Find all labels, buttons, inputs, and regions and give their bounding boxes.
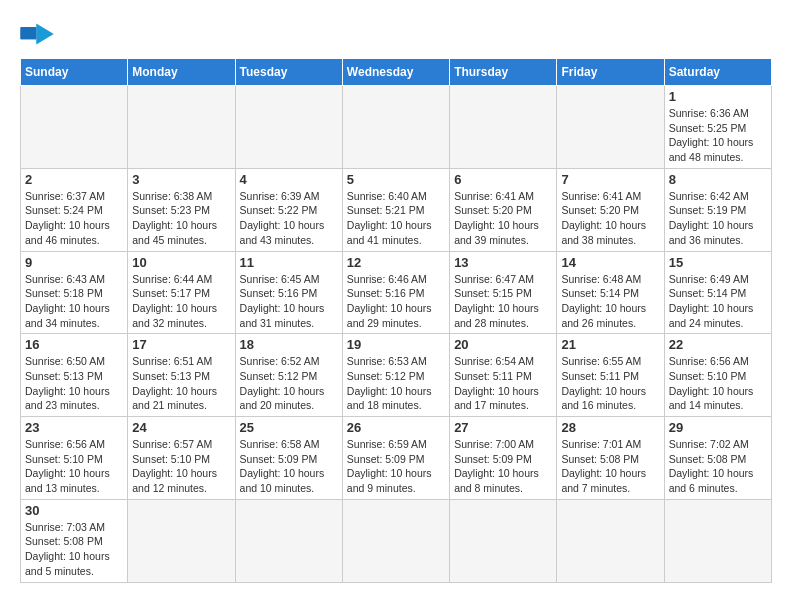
calendar-cell-5-3 (342, 499, 449, 582)
day-info: Sunrise: 6:40 AM Sunset: 5:21 PM Dayligh… (347, 189, 445, 248)
calendar-cell-4-0: 23Sunrise: 6:56 AM Sunset: 5:10 PM Dayli… (21, 417, 128, 500)
day-number: 7 (561, 172, 659, 187)
day-info: Sunrise: 7:01 AM Sunset: 5:08 PM Dayligh… (561, 437, 659, 496)
calendar-cell-2-1: 10Sunrise: 6:44 AM Sunset: 5:17 PM Dayli… (128, 251, 235, 334)
day-info: Sunrise: 6:36 AM Sunset: 5:25 PM Dayligh… (669, 106, 767, 165)
day-info: Sunrise: 6:49 AM Sunset: 5:14 PM Dayligh… (669, 272, 767, 331)
day-info: Sunrise: 6:47 AM Sunset: 5:15 PM Dayligh… (454, 272, 552, 331)
day-number: 29 (669, 420, 767, 435)
calendar-cell-0-1 (128, 86, 235, 169)
calendar-cell-4-1: 24Sunrise: 6:57 AM Sunset: 5:10 PM Dayli… (128, 417, 235, 500)
day-info: Sunrise: 6:58 AM Sunset: 5:09 PM Dayligh… (240, 437, 338, 496)
day-number: 8 (669, 172, 767, 187)
day-number: 13 (454, 255, 552, 270)
calendar-cell-0-2 (235, 86, 342, 169)
calendar-week-1: 2Sunrise: 6:37 AM Sunset: 5:24 PM Daylig… (21, 168, 772, 251)
col-monday: Monday (128, 59, 235, 86)
calendar-cell-3-3: 19Sunrise: 6:53 AM Sunset: 5:12 PM Dayli… (342, 334, 449, 417)
calendar-week-4: 23Sunrise: 6:56 AM Sunset: 5:10 PM Dayli… (21, 417, 772, 500)
calendar-cell-4-4: 27Sunrise: 7:00 AM Sunset: 5:09 PM Dayli… (450, 417, 557, 500)
day-number: 22 (669, 337, 767, 352)
day-info: Sunrise: 6:39 AM Sunset: 5:22 PM Dayligh… (240, 189, 338, 248)
day-number: 15 (669, 255, 767, 270)
day-number: 14 (561, 255, 659, 270)
col-sunday: Sunday (21, 59, 128, 86)
calendar-body: 1Sunrise: 6:36 AM Sunset: 5:25 PM Daylig… (21, 86, 772, 583)
logo (20, 20, 60, 48)
day-number: 3 (132, 172, 230, 187)
calendar-cell-4-2: 25Sunrise: 6:58 AM Sunset: 5:09 PM Dayli… (235, 417, 342, 500)
calendar-cell-1-0: 2Sunrise: 6:37 AM Sunset: 5:24 PM Daylig… (21, 168, 128, 251)
calendar-cell-1-1: 3Sunrise: 6:38 AM Sunset: 5:23 PM Daylig… (128, 168, 235, 251)
day-info: Sunrise: 6:45 AM Sunset: 5:16 PM Dayligh… (240, 272, 338, 331)
day-info: Sunrise: 7:00 AM Sunset: 5:09 PM Dayligh… (454, 437, 552, 496)
day-number: 19 (347, 337, 445, 352)
day-number: 24 (132, 420, 230, 435)
day-info: Sunrise: 7:03 AM Sunset: 5:08 PM Dayligh… (25, 520, 123, 579)
day-number: 5 (347, 172, 445, 187)
day-number: 18 (240, 337, 338, 352)
day-number: 9 (25, 255, 123, 270)
day-number: 26 (347, 420, 445, 435)
day-info: Sunrise: 6:56 AM Sunset: 5:10 PM Dayligh… (669, 354, 767, 413)
calendar-cell-3-0: 16Sunrise: 6:50 AM Sunset: 5:13 PM Dayli… (21, 334, 128, 417)
calendar-cell-5-6 (664, 499, 771, 582)
day-info: Sunrise: 7:02 AM Sunset: 5:08 PM Dayligh… (669, 437, 767, 496)
logo-icon (20, 20, 56, 48)
calendar-cell-0-0 (21, 86, 128, 169)
day-info: Sunrise: 6:44 AM Sunset: 5:17 PM Dayligh… (132, 272, 230, 331)
day-number: 27 (454, 420, 552, 435)
day-info: Sunrise: 6:46 AM Sunset: 5:16 PM Dayligh… (347, 272, 445, 331)
day-info: Sunrise: 6:52 AM Sunset: 5:12 PM Dayligh… (240, 354, 338, 413)
day-info: Sunrise: 6:55 AM Sunset: 5:11 PM Dayligh… (561, 354, 659, 413)
calendar-cell-3-2: 18Sunrise: 6:52 AM Sunset: 5:12 PM Dayli… (235, 334, 342, 417)
calendar-cell-2-2: 11Sunrise: 6:45 AM Sunset: 5:16 PM Dayli… (235, 251, 342, 334)
calendar-week-3: 16Sunrise: 6:50 AM Sunset: 5:13 PM Dayli… (21, 334, 772, 417)
calendar-cell-1-6: 8Sunrise: 6:42 AM Sunset: 5:19 PM Daylig… (664, 168, 771, 251)
day-info: Sunrise: 6:38 AM Sunset: 5:23 PM Dayligh… (132, 189, 230, 248)
day-number: 30 (25, 503, 123, 518)
day-info: Sunrise: 6:41 AM Sunset: 5:20 PM Dayligh… (561, 189, 659, 248)
day-info: Sunrise: 6:48 AM Sunset: 5:14 PM Dayligh… (561, 272, 659, 331)
calendar-cell-4-5: 28Sunrise: 7:01 AM Sunset: 5:08 PM Dayli… (557, 417, 664, 500)
day-number: 23 (25, 420, 123, 435)
col-tuesday: Tuesday (235, 59, 342, 86)
day-number: 10 (132, 255, 230, 270)
day-info: Sunrise: 6:50 AM Sunset: 5:13 PM Dayligh… (25, 354, 123, 413)
day-number: 2 (25, 172, 123, 187)
day-number: 16 (25, 337, 123, 352)
calendar-cell-5-4 (450, 499, 557, 582)
calendar-week-5: 30Sunrise: 7:03 AM Sunset: 5:08 PM Dayli… (21, 499, 772, 582)
calendar-cell-2-4: 13Sunrise: 6:47 AM Sunset: 5:15 PM Dayli… (450, 251, 557, 334)
day-number: 21 (561, 337, 659, 352)
col-wednesday: Wednesday (342, 59, 449, 86)
day-info: Sunrise: 6:51 AM Sunset: 5:13 PM Dayligh… (132, 354, 230, 413)
col-saturday: Saturday (664, 59, 771, 86)
calendar-cell-3-4: 20Sunrise: 6:54 AM Sunset: 5:11 PM Dayli… (450, 334, 557, 417)
calendar-cell-2-3: 12Sunrise: 6:46 AM Sunset: 5:16 PM Dayli… (342, 251, 449, 334)
col-friday: Friday (557, 59, 664, 86)
calendar-cell-3-5: 21Sunrise: 6:55 AM Sunset: 5:11 PM Dayli… (557, 334, 664, 417)
calendar-cell-2-0: 9Sunrise: 6:43 AM Sunset: 5:18 PM Daylig… (21, 251, 128, 334)
day-info: Sunrise: 6:57 AM Sunset: 5:10 PM Dayligh… (132, 437, 230, 496)
calendar-cell-3-6: 22Sunrise: 6:56 AM Sunset: 5:10 PM Dayli… (664, 334, 771, 417)
day-number: 25 (240, 420, 338, 435)
calendar-cell-1-5: 7Sunrise: 6:41 AM Sunset: 5:20 PM Daylig… (557, 168, 664, 251)
calendar-table: Sunday Monday Tuesday Wednesday Thursday… (20, 58, 772, 583)
svg-rect-2 (21, 27, 37, 39)
calendar-cell-0-3 (342, 86, 449, 169)
calendar-cell-0-4 (450, 86, 557, 169)
day-number: 1 (669, 89, 767, 104)
col-thursday: Thursday (450, 59, 557, 86)
calendar-cell-5-2 (235, 499, 342, 582)
calendar-header: Sunday Monday Tuesday Wednesday Thursday… (21, 59, 772, 86)
calendar-cell-0-5 (557, 86, 664, 169)
day-number: 28 (561, 420, 659, 435)
day-info: Sunrise: 6:37 AM Sunset: 5:24 PM Dayligh… (25, 189, 123, 248)
day-number: 4 (240, 172, 338, 187)
calendar-cell-1-2: 4Sunrise: 6:39 AM Sunset: 5:22 PM Daylig… (235, 168, 342, 251)
calendar-cell-2-5: 14Sunrise: 6:48 AM Sunset: 5:14 PM Dayli… (557, 251, 664, 334)
calendar-cell-4-3: 26Sunrise: 6:59 AM Sunset: 5:09 PM Dayli… (342, 417, 449, 500)
calendar-cell-5-1 (128, 499, 235, 582)
calendar-cell-1-4: 6Sunrise: 6:41 AM Sunset: 5:20 PM Daylig… (450, 168, 557, 251)
